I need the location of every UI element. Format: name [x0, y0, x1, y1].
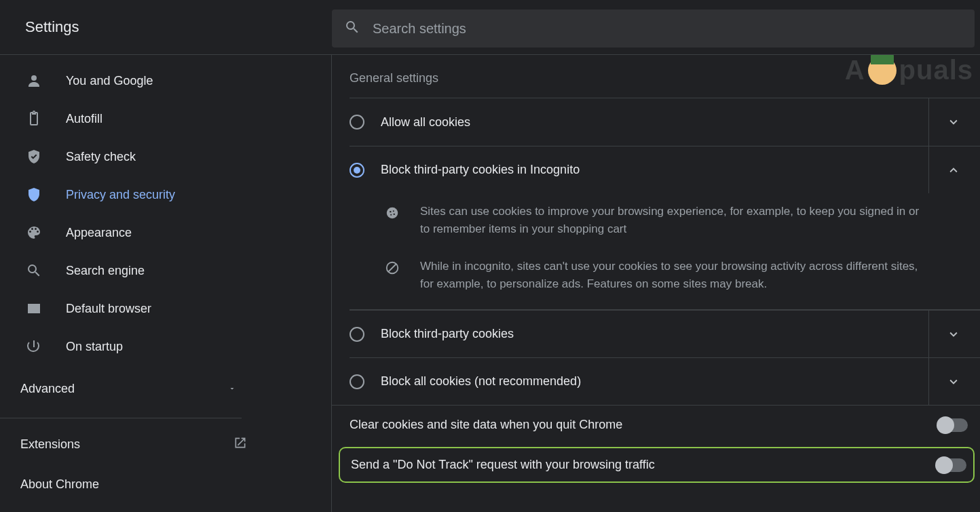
- detail-text: Sites can use cookies to improve your br…: [420, 203, 926, 239]
- extensions-label: Extensions: [20, 437, 80, 452]
- header: Settings: [0, 0, 980, 55]
- option-label: Allow all cookies: [381, 115, 928, 130]
- option-block-third-party-incognito[interactable]: Block third-party cookies in Incognito: [350, 146, 980, 193]
- svg-point-5: [394, 214, 395, 215]
- option-allow-all-cookies[interactable]: Allow all cookies: [350, 98, 980, 146]
- expand-button[interactable]: [928, 98, 977, 146]
- sidebar-extensions[interactable]: Extensions: [0, 424, 331, 465]
- option-label: Block all cookies (not recommended): [381, 374, 928, 389]
- svg-point-3: [393, 210, 394, 212]
- shield-check-icon: [25, 149, 43, 165]
- toggle-clear-on-quit[interactable]: Clear cookies and site data when you qui…: [332, 405, 980, 444]
- sidebar-item-label: Default browser: [66, 302, 151, 316]
- shield-icon: [25, 186, 43, 203]
- collapse-button[interactable]: [928, 146, 977, 193]
- power-icon: [25, 338, 43, 355]
- sidebar-item-label: Autofill: [66, 112, 102, 126]
- svg-point-0: [31, 75, 37, 81]
- palette-icon: [25, 224, 43, 241]
- content-panel: Apuals General settings Allow all cookie…: [332, 55, 980, 512]
- sidebar-item-label: Appearance: [66, 226, 132, 240]
- toggle-label: Send a "Do Not Track" request with your …: [351, 458, 655, 472]
- svg-point-1: [387, 208, 398, 219]
- sidebar-item-label: Privacy and security: [66, 188, 175, 202]
- toggle-switch[interactable]: [938, 418, 968, 432]
- option-expanded-details: Sites can use cookies to improve your br…: [350, 193, 980, 310]
- block-icon: [383, 258, 401, 294]
- sidebar-about-chrome[interactable]: About Chrome: [0, 465, 331, 504]
- about-label: About Chrome: [20, 477, 99, 491]
- sidebar-item-label: Search engine: [66, 264, 145, 278]
- svg-line-7: [389, 264, 396, 271]
- radio-icon[interactable]: [350, 115, 364, 130]
- sidebar-item-autofill[interactable]: Autofill: [0, 100, 236, 138]
- open-in-new-icon: [233, 436, 247, 453]
- expand-button[interactable]: [928, 311, 977, 357]
- svg-point-4: [390, 214, 392, 216]
- browser-icon: [25, 300, 43, 317]
- radio-icon[interactable]: [350, 374, 364, 389]
- toggle-label: Clear cookies and site data when you qui…: [350, 418, 622, 432]
- option-label: Block third-party cookies in Incognito: [381, 163, 928, 177]
- sidebar-item-label: You and Google: [66, 74, 153, 88]
- svg-point-2: [390, 211, 391, 212]
- person-icon: [25, 73, 43, 89]
- caret-down-icon: [228, 382, 236, 396]
- option-block-third-party[interactable]: Block third-party cookies: [350, 310, 980, 357]
- toggle-do-not-track[interactable]: Send a "Do Not Track" request with your …: [339, 447, 975, 483]
- page-title: Settings: [0, 18, 332, 36]
- detail-text: While in incognito, sites can't use your…: [420, 258, 926, 294]
- cookie-options-group: Allow all cookies Block third-party cook…: [350, 98, 980, 405]
- sidebar-item-appearance[interactable]: Appearance: [0, 214, 236, 252]
- magnifier-icon: [25, 262, 43, 279]
- search-input[interactable]: [373, 21, 962, 37]
- clipboard-icon: [25, 111, 43, 127]
- sidebar-item-you-and-google[interactable]: You and Google: [0, 62, 236, 100]
- advanced-label: Advanced: [20, 382, 75, 396]
- cookie-icon: [383, 203, 401, 239]
- toggle-switch[interactable]: [937, 458, 966, 472]
- sidebar-item-label: Safety check: [66, 150, 136, 164]
- sidebar: You and Google Autofill Safety check Pri…: [0, 55, 332, 512]
- option-block-all-cookies[interactable]: Block all cookies (not recommended): [350, 357, 980, 405]
- option-label: Block third-party cookies: [381, 327, 928, 341]
- expand-button[interactable]: [928, 358, 977, 405]
- sidebar-advanced[interactable]: Advanced: [0, 366, 331, 412]
- sidebar-item-privacy-security[interactable]: Privacy and security: [0, 176, 236, 214]
- sidebar-item-label: On startup: [66, 340, 123, 354]
- radio-icon[interactable]: [350, 327, 364, 342]
- sidebar-item-safety-check[interactable]: Safety check: [0, 138, 236, 176]
- sidebar-item-on-startup[interactable]: On startup: [0, 328, 236, 366]
- sidebar-item-default-browser[interactable]: Default browser: [0, 290, 236, 328]
- sidebar-item-search-engine[interactable]: Search engine: [0, 252, 236, 290]
- general-settings-heading: General settings: [332, 55, 980, 98]
- search-icon: [344, 19, 360, 38]
- sidebar-divider: [0, 418, 242, 418]
- search-bar[interactable]: [332, 9, 975, 47]
- radio-icon[interactable]: [350, 163, 364, 178]
